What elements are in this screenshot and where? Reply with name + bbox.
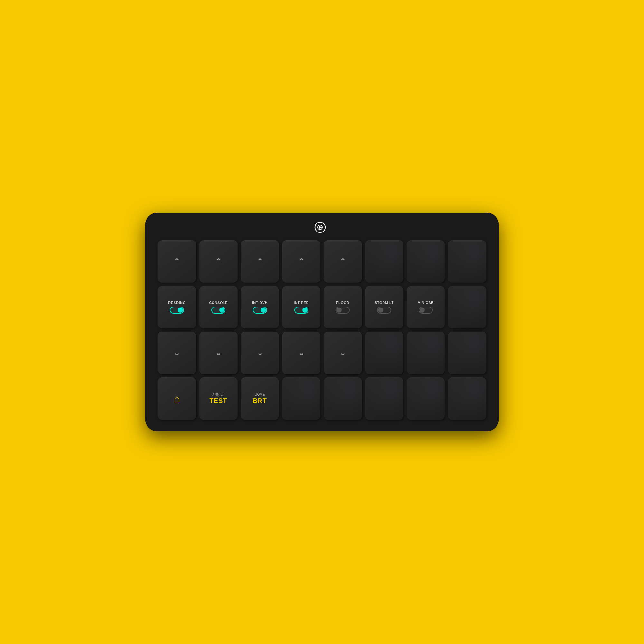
- toggle-label-t6: STORM LT: [375, 301, 394, 305]
- button-t2[interactable]: CONSOLE: [199, 286, 238, 328]
- text-btn-value-m2: TEST: [210, 397, 227, 404]
- toggle-switch-t1[interactable]: [170, 307, 184, 314]
- text-btn-sublabel-m2: ANN LT: [212, 393, 224, 396]
- toggle-knob-t5: [336, 308, 342, 313]
- toggle-knob-t3: [261, 308, 266, 313]
- button-dn2[interactable]: ⌄: [199, 332, 238, 374]
- toggle-switch-t3[interactable]: [253, 307, 267, 314]
- button-m2[interactable]: ANN LTTEST: [199, 377, 238, 420]
- button-dn3[interactable]: ⌄: [241, 332, 279, 374]
- arrow-up-icon-up5: ⌃: [339, 258, 346, 265]
- button-t7[interactable]: MINICAB: [407, 286, 445, 328]
- button-m6: [365, 377, 403, 420]
- button-dn6: [365, 332, 403, 374]
- button-t5[interactable]: FLOOD: [324, 286, 362, 328]
- arrow-up-icon-up1: ⌃: [174, 258, 180, 265]
- toggle-label-t7: MINICAB: [418, 301, 434, 305]
- button-up6: [365, 240, 403, 283]
- arrow-down-icon-dn5: ⌄: [339, 349, 346, 357]
- button-m3[interactable]: DOMEBRT: [241, 377, 279, 420]
- button-t8: [448, 286, 486, 328]
- text-btn-sublabel-m3: DOME: [255, 393, 265, 396]
- button-up5[interactable]: ⌃: [324, 240, 362, 283]
- button-grid: ⌃⌃⌃⌃⌃READINGCONSOLEINT OVHINT PEDFLOODST…: [158, 240, 486, 420]
- toggle-knob-t2: [219, 308, 224, 313]
- toggle-label-t1: READING: [168, 301, 185, 305]
- toggle-switch-t2[interactable]: [211, 307, 225, 314]
- toggle-label-t3: INT OVH: [252, 301, 268, 305]
- arrow-down-icon-dn2: ⌄: [215, 349, 222, 357]
- button-m5: [324, 377, 362, 420]
- button-up2[interactable]: ⌃: [199, 240, 238, 283]
- toggle-knob-t7: [420, 308, 425, 313]
- toggle-switch-t7[interactable]: [419, 307, 433, 314]
- toggle-switch-t5[interactable]: [336, 307, 350, 314]
- home-icon: ⌂: [174, 393, 180, 404]
- button-t1[interactable]: READING: [158, 286, 196, 328]
- text-btn-value-m3: BRT: [253, 397, 267, 404]
- button-dn8: [448, 332, 486, 374]
- button-t6[interactable]: STORM LT: [365, 286, 403, 328]
- button-m7: [407, 377, 445, 420]
- toggle-switch-t4[interactable]: [294, 307, 308, 314]
- button-up4[interactable]: ⌃: [282, 240, 320, 283]
- arrow-up-icon-up2: ⌃: [215, 258, 222, 265]
- button-up3[interactable]: ⌃: [241, 240, 279, 283]
- stream-deck-device: ⌃⌃⌃⌃⌃READINGCONSOLEINT OVHINT PEDFLOODST…: [145, 213, 499, 431]
- arrow-down-icon-dn3: ⌄: [257, 349, 263, 357]
- toggle-label-t5: FLOOD: [336, 301, 349, 305]
- toggle-knob-t6: [378, 308, 383, 313]
- button-up1[interactable]: ⌃: [158, 240, 196, 283]
- button-up7: [407, 240, 445, 283]
- button-m8: [448, 377, 486, 420]
- stream-deck-logo-icon: [314, 222, 326, 233]
- button-up8: [448, 240, 486, 283]
- button-t4[interactable]: INT PED: [282, 286, 320, 328]
- device-header: [314, 222, 330, 233]
- button-dn7: [407, 332, 445, 374]
- button-dn1[interactable]: ⌄: [158, 332, 196, 374]
- toggle-label-t2: CONSOLE: [209, 301, 228, 305]
- button-t3[interactable]: INT OVH: [241, 286, 279, 328]
- arrow-up-icon-up4: ⌃: [298, 258, 305, 265]
- button-m4: [282, 377, 320, 420]
- arrow-up-icon-up3: ⌃: [257, 258, 263, 265]
- button-m1[interactable]: ⌂: [158, 377, 196, 420]
- arrow-down-icon-dn4: ⌄: [298, 349, 305, 357]
- toggle-knob-t1: [178, 308, 183, 313]
- toggle-switch-t6[interactable]: [377, 307, 391, 314]
- toggle-label-t4: INT PED: [294, 301, 309, 305]
- button-dn5[interactable]: ⌄: [324, 332, 362, 374]
- button-dn4[interactable]: ⌄: [282, 332, 320, 374]
- toggle-knob-t4: [302, 308, 308, 313]
- arrow-down-icon-dn1: ⌄: [174, 349, 180, 357]
